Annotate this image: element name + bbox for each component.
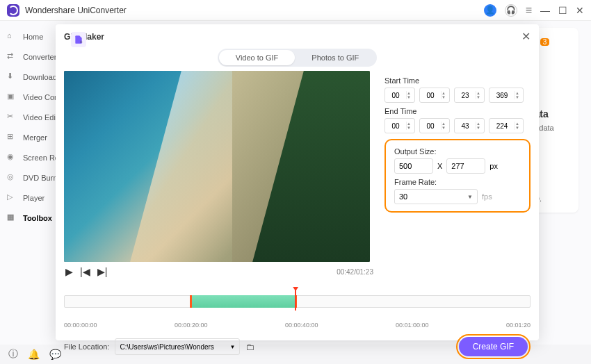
tab-photos-to-gif[interactable]: Photos to GIF [295,50,375,65]
start-time-label: Start Time [384,76,531,85]
timecode: 00:42/01:23 [337,268,373,276]
sidebar-item-toolbox[interactable]: ▦Toolbox [0,208,56,228]
open-folder-button[interactable]: 🗀 [245,342,254,352]
merge-icon: ⊞ [7,132,17,142]
bell-icon[interactable]: 🔔 [28,349,40,360]
sidebar-item-label: Player [23,194,44,202]
timeline[interactable]: 00:00:00:00 00:00:20:00 00:00:40:00 00:0… [64,286,531,319]
end-time-label: End Time [384,107,531,115]
tab-video-to-gif[interactable]: Video to GIF [219,50,296,65]
start-seconds-input[interactable]: 23▲▼ [454,88,485,103]
compress-icon: ▣ [7,92,17,102]
sidebar-item-editor[interactable]: ✂Video Editor [0,107,56,127]
svg-text:+: + [80,40,83,44]
add-file-button[interactable]: + [71,32,86,47]
sidebar-item-label: Toolbox [23,214,52,222]
x-label: X [437,162,442,170]
output-width-input[interactable] [394,158,433,174]
start-hours-input[interactable]: 00▲▼ [384,88,415,103]
sidebar-item-label: Home [23,33,43,41]
add-file-icon: + [74,35,83,44]
sidebar-item-label: Screen Recorder [23,154,56,162]
grid-icon: ▦ [7,213,17,223]
scissors-icon: ✂ [7,112,17,122]
download-icon: ⬇ [7,72,17,82]
support-icon[interactable]: 🎧 [505,4,517,17]
chevron-down-icon: ▼ [467,194,473,200]
minimize-button[interactable]: — [540,5,550,16]
sidebar-item-label: Merger [23,133,47,142]
home-icon: ⌂ [7,31,17,42]
sidebar-item-player[interactable]: ▷Player [0,188,56,208]
sidebar-item-label: Video Compressor [23,93,56,101]
sidebar-item-home[interactable]: ⌂Home [0,26,56,47]
tab-group: Video to GIF Photos to GIF [218,49,377,67]
create-gif-button[interactable]: Create GIF [459,337,528,356]
sidebar-item-merger[interactable]: ⊞Merger [0,127,56,147]
create-gif-highlight: Create GIF [456,334,531,359]
account-icon[interactable]: 👤 [484,4,496,17]
timeline-playhead[interactable] [295,290,296,311]
titlebar: Wondershare UniConverter 👤 🎧 ≡ — ☐ ✕ [0,0,591,21]
gif-maker-modal: GIF Maker ✕ + Video to GIF Photos to GIF… [56,24,539,340]
sidebar-item-dvd[interactable]: ◎DVD Burner [0,167,56,188]
output-size-label: Output Size: [394,147,521,156]
end-hours-input[interactable]: 00▲▼ [384,118,415,133]
frame-rate-select[interactable]: 30▼ [394,189,478,204]
sidebar-item-label: Video Editor [23,113,56,122]
menu-icon[interactable]: ≡ [526,4,532,17]
end-ms-input[interactable]: 224▲▼ [489,118,524,133]
end-minutes-input[interactable]: 00▲▼ [419,118,450,133]
maximize-button[interactable]: ☐ [558,5,567,16]
sidebar-item-label: Converter [23,53,56,61]
play-button[interactable]: ▶ [65,266,73,277]
sidebar-item-recorder[interactable]: ◉Screen Recorder [0,147,56,167]
video-preview[interactable] [64,71,370,262]
end-seconds-input[interactable]: 43▲▼ [454,118,485,133]
badge: 3 [540,38,550,46]
start-ms-input[interactable]: 369▲▼ [489,88,524,103]
next-frame-button[interactable]: ▶| [97,266,108,277]
record-icon: ◉ [7,152,17,163]
frame-rate-label: Frame Rate: [394,178,521,186]
timeline-clip[interactable] [190,295,297,308]
output-height-input[interactable] [446,158,485,174]
sidebar-item-downloader[interactable]: ⬇Downloader [0,67,56,87]
play-icon: ▷ [7,192,17,203]
start-minutes-input[interactable]: 00▲▼ [419,88,450,103]
close-button[interactable]: ✕ [576,5,584,16]
output-settings-highlight: Output Size: X px Frame Rate: 30▼ fps [384,139,531,213]
sidebar-item-label: Downloader [23,73,56,81]
timeline-track[interactable] [64,295,531,308]
disc-icon: ◎ [7,172,17,183]
prev-frame-button[interactable]: |◀ [80,266,90,277]
modal-close-button[interactable]: ✕ [521,30,531,43]
chevron-down-icon: ▼ [230,344,236,350]
fps-label: fps [482,192,492,201]
app-logo-icon [7,4,19,17]
help-icon[interactable]: ⓘ [8,348,18,361]
app-title: Wondershare UniConverter [25,6,127,15]
timeline-ticks: 00:00:00:00 00:00:20:00 00:00:40:00 00:0… [64,322,531,329]
file-location-label: File Location: [64,342,109,351]
converter-icon: ⇄ [7,51,17,62]
sidebar: ⌂Home ⇄Converter ⬇Downloader ▣Video Comp… [0,21,56,345]
px-label: px [489,162,498,170]
sidebar-item-label: DVD Burner [23,174,56,182]
sidebar-item-compressor[interactable]: ▣Video Compressor [0,87,56,107]
sidebar-item-converter[interactable]: ⇄Converter [0,47,56,67]
file-location-dropdown[interactable]: C:\Users\ws\Pictures\Wonders▼ [115,338,240,355]
